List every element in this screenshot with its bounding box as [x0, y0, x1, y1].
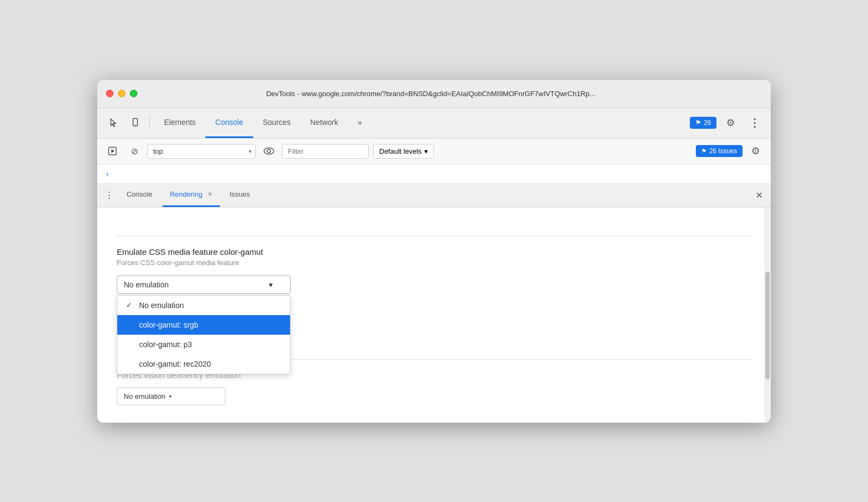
console-bar-right: ⚑ 26 Issues ⚙ — [696, 142, 764, 160]
toolbar-right: ⚑ 26 ⚙ ⋮ — [690, 113, 764, 133]
drawer-tab-issues[interactable]: Issues — [222, 183, 258, 207]
flag-icon-sm: ⚑ — [701, 148, 707, 155]
eye-icon — [263, 147, 274, 155]
color-gamut-desc: Forces CSS color-gamut media feature — [117, 259, 751, 267]
tab-more[interactable]: » — [348, 108, 372, 138]
flag-icon: ⚑ — [695, 119, 701, 127]
vision-chevron-icon: ▾ — [169, 393, 172, 399]
eye-button[interactable] — [260, 142, 278, 160]
color-gamut-dropdown-menu: ✓ No emulation color-gamut: srgb color-g… — [117, 295, 291, 374]
levels-dropdown-button[interactable]: Default levels ▾ — [373, 144, 434, 159]
dropdown-chevron-icon: ▾ — [269, 280, 273, 289]
svg-point-4 — [264, 148, 274, 154]
color-gamut-title: Emulate CSS media feature color-gamut — [117, 247, 751, 256]
mobile-icon — [130, 118, 140, 128]
checkmark-icon: ✓ — [126, 301, 135, 309]
tab-network[interactable]: Network — [300, 108, 348, 138]
title-bar: DevTools - www.google.com/chrome/?brand=… — [97, 80, 771, 108]
more-options-button[interactable]: ⋮ — [745, 113, 764, 133]
levels-chevron-icon: ▾ — [424, 147, 428, 155]
console-bar: ⊘ top ▾ Default levels ▾ ⚑ 26 Issues ⚙ — [97, 139, 771, 165]
window-title: DevTools - www.google.com/chrome/?brand=… — [99, 90, 762, 98]
vision-dropdown-wrapper[interactable]: No emulation ▾ — [117, 387, 751, 405]
dropdown-item-no-emulation[interactable]: ✓ No emulation — [117, 296, 290, 315]
drawer-tabbar: ⋮ Console Rendering ✕ Issues ✕ — [97, 184, 771, 208]
execute-button[interactable] — [104, 142, 121, 160]
scrollbar-track[interactable] — [764, 208, 771, 423]
dropdown-item-rec2020[interactable]: color-gamut: rec2020 — [117, 354, 290, 374]
filter-input[interactable] — [282, 144, 369, 159]
color-gamut-dropdown-trigger[interactable]: No emulation ▾ — [117, 275, 291, 294]
svg-marker-3 — [111, 149, 115, 153]
cursor-icon — [109, 118, 118, 128]
play-icon — [108, 146, 117, 156]
drawer-tab-menu-button[interactable]: ⋮ — [102, 187, 117, 203]
select-element-button[interactable] — [104, 113, 123, 133]
top-divider — [117, 236, 751, 236]
console-settings-button[interactable]: ⚙ — [747, 142, 764, 160]
device-toolbar-button[interactable] — [125, 113, 145, 133]
devtools-toolbar: Elements Console Sources Network » ⚑ 26 … — [97, 108, 771, 139]
tab-elements[interactable]: Elements — [154, 108, 205, 138]
toolbar-separator — [149, 116, 150, 129]
dropdown-item-p3[interactable]: color-gamut: p3 — [117, 335, 290, 354]
vision-dropdown-trigger[interactable]: No emulation ▾ — [117, 387, 225, 405]
color-gamut-setting: Emulate CSS media feature color-gamut Fo… — [117, 247, 751, 267]
scrollbar-thumb[interactable] — [765, 272, 770, 379]
svg-point-1 — [135, 124, 136, 126]
close-rendering-tab-icon[interactable]: ✕ — [207, 191, 212, 198]
drawer-tab-console[interactable]: Console — [119, 183, 160, 207]
tab-console[interactable]: Console — [205, 108, 253, 138]
issues-badge-toolbar[interactable]: ⚑ 26 — [690, 117, 716, 129]
context-select-input[interactable]: top — [147, 144, 256, 159]
context-selector[interactable]: top ▾ — [147, 144, 256, 159]
drawer-tab-rendering[interactable]: Rendering ✕ — [162, 183, 220, 207]
clear-console-button[interactable]: ⊘ — [125, 142, 143, 160]
close-drawer-button[interactable]: ✕ — [751, 187, 766, 203]
arrow-row: › — [97, 165, 771, 184]
dropdown-item-srgb[interactable]: color-gamut: srgb — [117, 315, 290, 335]
settings-button[interactable]: ⚙ — [721, 113, 740, 133]
svg-point-5 — [267, 149, 271, 153]
issues-badge-console[interactable]: ⚑ 26 Issues — [696, 145, 743, 157]
color-gamut-dropdown[interactable]: No emulation ▾ ✓ No emulation color-gamu… — [117, 275, 291, 294]
tab-list: Elements Console Sources Network » — [154, 108, 372, 138]
tab-sources[interactable]: Sources — [253, 108, 300, 138]
content-area: Emulate CSS media feature color-gamut Fo… — [97, 208, 771, 423]
devtools-window: DevTools - www.google.com/chrome/?brand=… — [97, 80, 771, 423]
expand-arrow-icon[interactable]: › — [106, 170, 109, 178]
